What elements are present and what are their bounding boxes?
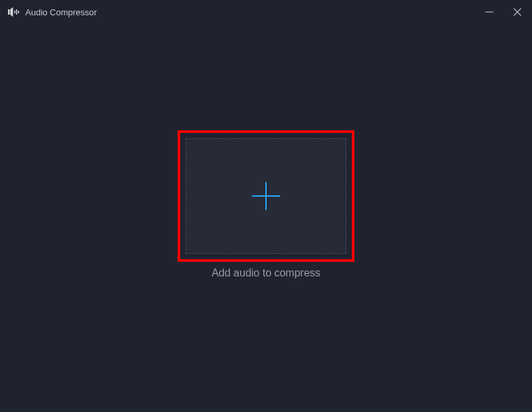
titlebar-left: Audio Compressor	[8, 6, 97, 18]
add-audio-dropzone[interactable]	[186, 138, 346, 254]
plus-icon	[251, 181, 281, 211]
svg-rect-0	[8, 9, 10, 15]
svg-rect-3	[18, 11, 19, 13]
minimize-button[interactable]	[483, 5, 496, 19]
titlebar-right	[483, 5, 524, 19]
svg-rect-2	[16, 9, 17, 15]
svg-rect-1	[15, 11, 16, 13]
close-icon	[513, 7, 522, 17]
app-title: Audio Compressor	[25, 7, 97, 17]
main-content: Add audio to compress	[0, 24, 532, 412]
close-button[interactable]	[511, 5, 524, 19]
audio-compressor-icon	[8, 6, 20, 18]
titlebar: Audio Compressor	[0, 0, 532, 24]
instruction-text: Add audio to compress	[211, 267, 321, 279]
dropzone-highlight	[178, 130, 354, 262]
minimize-icon	[485, 7, 494, 17]
